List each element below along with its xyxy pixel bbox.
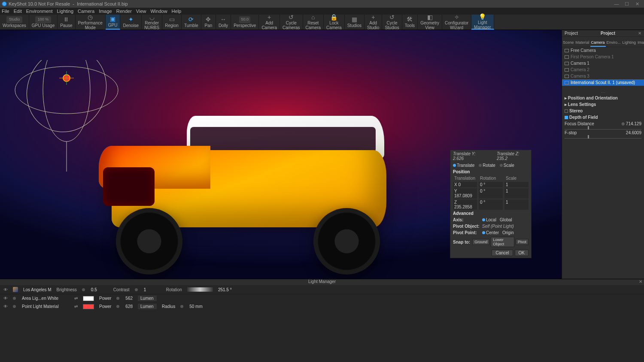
section-dof[interactable]: Depth of Field <box>562 114 644 121</box>
camera-item[interactable]: Camera 2 <box>562 66 644 73</box>
reset-camera-button[interactable]: ⌂Reset Camera <box>303 15 324 30</box>
tools-button[interactable]: 🛠Tools <box>402 15 418 30</box>
minimize-button[interactable]: — <box>611 1 622 6</box>
mode-scale[interactable]: Scale <box>500 163 514 168</box>
pivot-object-value[interactable]: Self (Point Light) <box>482 224 514 229</box>
add-studio-button[interactable]: +Add Studio <box>365 15 382 30</box>
tab-image[interactable]: Image <box>637 37 644 47</box>
visibility-icon[interactable]: 👁 <box>3 304 8 309</box>
rx-input[interactable]: 0 ° <box>479 182 503 187</box>
menu-view[interactable]: View <box>136 9 146 14</box>
camera-item[interactable]: First Person Camera 1 <box>562 54 644 60</box>
ok-button[interactable]: OK <box>515 250 529 256</box>
cycle-cameras-button[interactable]: ↺Cycle Cameras <box>280 15 303 30</box>
env-name[interactable]: Los Angeles M <box>23 287 52 292</box>
performance-mode-button[interactable]: ◷Performance Mode <box>76 15 106 30</box>
camera-item[interactable]: Camera 1 <box>562 60 644 66</box>
pause-button[interactable]: ⏸Pause <box>58 15 75 30</box>
menu-lighting[interactable]: Lighting <box>57 9 73 14</box>
link-icon[interactable]: ⇄ <box>74 296 78 301</box>
section-position[interactable]: ▸ Position and Orientation <box>562 95 644 101</box>
denoise-button[interactable]: ✦Denoise <box>120 15 142 30</box>
rotation-value[interactable]: 251.5 ° <box>218 287 235 292</box>
cycle-studios-button[interactable]: ↺Cycle Studios <box>382 15 402 30</box>
snap-pivot-button[interactable]: Pivot <box>516 239 529 245</box>
sy-input[interactable]: 1 <box>504 188 529 199</box>
menu-edit[interactable]: Edit <box>14 9 22 14</box>
fstop-slider[interactable] <box>565 136 641 139</box>
camera-item[interactable]: Camera 3 <box>562 73 644 79</box>
pivot-origin[interactable]: Origin <box>502 230 514 235</box>
brightness-value[interactable]: 0.5 <box>91 287 108 292</box>
render-nurbs-button[interactable]: ◡Render NURBS <box>142 15 162 30</box>
configurator-button[interactable]: ✧Configurator Wizard <box>442 15 471 30</box>
tab-camera[interactable]: Camera <box>590 37 606 47</box>
menu-file[interactable]: File <box>2 9 9 14</box>
snap-ground-button[interactable]: Ground <box>472 239 489 245</box>
menu-help[interactable]: Help <box>172 9 182 14</box>
menu-environment[interactable]: Environment <box>26 9 53 14</box>
camera-item[interactable]: Free Camera <box>562 47 644 54</box>
axis-local[interactable]: Local <box>482 217 496 222</box>
radius-value[interactable]: 50 mm <box>189 304 203 309</box>
render-viewport[interactable]: Translate Y: 2.626 Translate Z: 235.2 Tr… <box>0 30 562 279</box>
axis-global[interactable]: Global <box>500 217 512 222</box>
menu-camera[interactable]: Camera <box>78 9 94 14</box>
link-icon[interactable]: ⇄ <box>74 304 78 309</box>
perspective-button[interactable]: 50.0Perspective <box>231 15 259 30</box>
gpu-usage-button[interactable]: 100 %GPU Usage <box>29 15 58 30</box>
unit-select[interactable]: Lumen <box>138 304 157 309</box>
tx-input[interactable]: X 0 <box>453 182 477 187</box>
camera-item-selected[interactable]: International Scout II. 1 (unsaved) <box>562 79 644 86</box>
color-swatch[interactable] <box>83 296 94 301</box>
tab-lighting[interactable]: Lighting <box>622 37 637 47</box>
light-name[interactable]: Area Lig...en White <box>22 296 69 301</box>
power-value[interactable]: 628 <box>125 304 133 309</box>
visibility-icon[interactable]: 👁 <box>3 296 8 301</box>
tab-scene[interactable]: Scene <box>562 37 575 47</box>
power-value[interactable]: 562 <box>125 296 133 301</box>
tumble-button[interactable]: ⟳Tumble <box>182 15 201 30</box>
menu-window[interactable]: Window <box>150 9 167 14</box>
maximize-button[interactable]: ☐ <box>622 1 632 7</box>
visibility-icon[interactable]: 👁 <box>3 287 8 292</box>
color-swatch[interactable] <box>83 304 94 309</box>
rotation-slider[interactable] <box>187 287 213 292</box>
light-manager-button[interactable]: 💡Light Manager <box>471 15 494 30</box>
contrast-value[interactable]: 1 <box>144 287 161 292</box>
pan-button[interactable]: ✥Pan <box>201 15 216 30</box>
menu-image[interactable]: Image <box>99 9 112 14</box>
section-lens[interactable]: ▸ Lens Settings <box>562 101 644 108</box>
sx-input[interactable]: 1 <box>504 182 529 187</box>
studios-button[interactable]: ▦Studios <box>345 15 365 30</box>
light-manager-close-icon[interactable]: ✕ <box>639 279 642 284</box>
close-button[interactable]: ✕ <box>632 1 642 7</box>
ry-input[interactable]: 0 ° <box>479 188 503 199</box>
rz-input[interactable]: 0 ° <box>479 199 503 210</box>
tz-input[interactable]: Z 235.2858 <box>453 199 477 210</box>
sz-input[interactable]: 1 <box>504 199 529 210</box>
tab-environment[interactable]: Enviro... <box>606 37 622 47</box>
unit-select[interactable]: Lumen <box>138 296 157 301</box>
gpu-button[interactable]: ▣GPU <box>106 15 121 30</box>
mode-translate[interactable]: Translate <box>453 163 474 168</box>
focus-distance-slider[interactable] <box>565 127 641 130</box>
light-name[interactable]: Point Light Material <box>22 304 69 309</box>
snap-lower-button[interactable]: Lower Object <box>491 237 514 247</box>
region-button[interactable]: ▭Region <box>162 15 182 30</box>
panel-close-icon[interactable]: ✕ <box>638 31 641 36</box>
section-stereo[interactable]: Stereo <box>562 108 644 114</box>
geometry-view-button[interactable]: ◧Geometry View <box>418 15 442 30</box>
menu-render[interactable]: Render <box>116 9 132 14</box>
lock-camera-button[interactable]: 🔒Lock Camera <box>324 15 345 30</box>
add-camera-button[interactable]: +Add Camera <box>259 15 280 30</box>
mode-rotate[interactable]: Rotate <box>479 163 495 168</box>
cancel-button[interactable]: Cancel <box>492 250 513 256</box>
tab-material[interactable]: Material <box>575 37 590 47</box>
fstop-value[interactable]: 24.6009 <box>626 130 641 135</box>
workspaces-button[interactable]: StudioWorkspaces <box>0 15 29 30</box>
ty-input[interactable]: Y 187.0809 <box>453 188 477 199</box>
focus-distance-value[interactable]: ⊕ 714.129 <box>621 121 641 126</box>
dolly-button[interactable]: ↔Dolly <box>216 15 231 30</box>
env-thumbnail[interactable] <box>13 287 18 292</box>
